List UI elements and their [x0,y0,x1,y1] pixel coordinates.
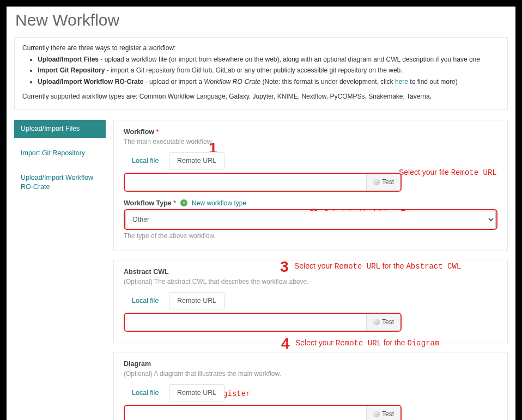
sidebar-item-import-git-repository[interactable]: Import Git Repository [14,144,106,162]
intro-item: Upload/Import Workflow RO-Crate - upload… [38,77,500,87]
cwl-test-button[interactable]: Test [366,314,400,331]
workflow-type-hint: The type of the above workflow. [124,232,497,240]
tab-remote-url[interactable]: Remote URL [169,384,224,401]
workflow-panel: Workflow * The main executable workflow.… [113,120,508,251]
here-link[interactable]: here [395,78,408,86]
workflow-hint: The main executable workflow. [124,138,497,145]
tab-local-file[interactable]: Local file [124,292,167,309]
cwl-url-input[interactable] [125,314,366,331]
tab-remote-url[interactable]: Remote URL [169,292,224,309]
tab-local-file[interactable]: Local file [124,384,167,401]
intro-item: Import Git Repository - import a Git rep… [38,65,500,76]
intro-item: Upload/Import Files - upload a workflow … [38,54,500,65]
intro-lead: Currently there are three ways to regist… [22,43,500,53]
workflow-type-select[interactable]: Other [125,211,496,228]
globe-icon [373,179,380,185]
tab-remote-url[interactable]: Remote URL [169,152,224,169]
globe-icon [373,411,380,417]
workflow-type-label: Workflow Type * [124,199,176,207]
plus-icon: + [180,199,187,206]
diagram-test-button[interactable]: Test [366,406,400,420]
diagram-url-input[interactable] [125,406,366,420]
sidebar-item-upload-import-ro-crate[interactable]: Upload/Import Workflow RO-Crate [14,169,106,196]
diagram-panel: Diagram (Optional) A diagram that illust… [113,352,508,420]
intro-box: Currently there are three ways to regist… [14,37,508,110]
intro-supported: Currently supported workflow types are: … [22,92,500,102]
cwl-hint: (Optional) The abstract CWL that describ… [124,278,497,285]
workflow-url-input[interactable] [125,174,366,191]
page-title: New Workflow [15,11,508,29]
diagram-label: Diagram [124,360,497,368]
sidebar-item-upload-import-files[interactable]: Upload/Import Files [14,120,106,138]
diagram-hint: (Optional) A diagram that illustrates th… [124,370,497,378]
workflow-test-button[interactable]: Test [366,174,400,191]
sidebar: Upload/Import Files Import Git Repositor… [14,120,106,420]
tab-local-file[interactable]: Local file [124,152,167,169]
cwl-panel: Abstract CWL (Optional) The abstract CWL… [113,260,508,343]
new-workflow-type-link[interactable]: New workflow type [192,199,246,207]
workflow-label: Workflow * [124,128,497,136]
globe-icon [373,319,380,325]
cwl-label: Abstract CWL [124,268,497,276]
